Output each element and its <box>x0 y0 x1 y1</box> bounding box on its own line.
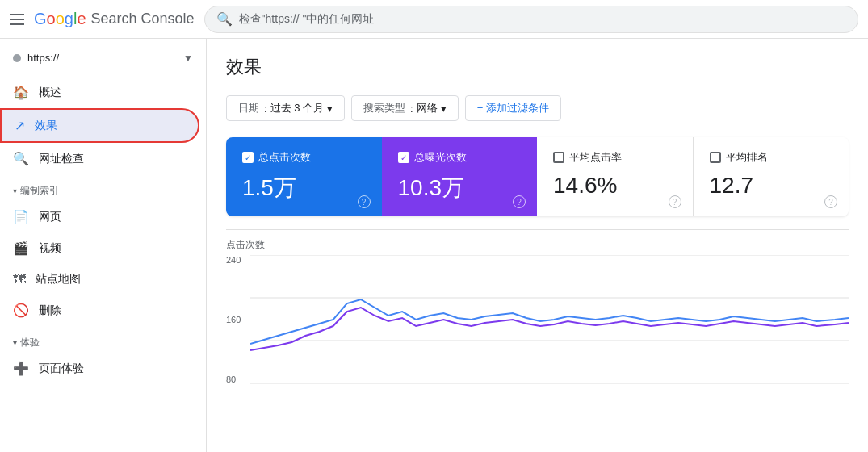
sidebar-label-pages: 网页 <box>39 210 61 224</box>
position-label: 平均排名 <box>726 150 768 165</box>
search-type-filter-arrow-icon: ▾ <box>441 103 447 115</box>
metric-card-impressions[interactable]: 总曝光次数 10.3万 ? <box>382 137 538 216</box>
metric-card-impressions-header: 总曝光次数 <box>398 150 522 165</box>
search-type-filter-label: 搜索类型 <box>363 101 405 115</box>
clicks-value: 1.5万 <box>242 173 366 203</box>
sidebar-item-performance[interactable]: ↗ 效果 <box>0 108 199 143</box>
date-filter-button[interactable]: 日期: 过去 3 个月 ▾ <box>226 95 345 121</box>
clicks-label: 总点击次数 <box>258 150 311 165</box>
property-dropdown-icon: ▼ <box>183 52 193 64</box>
sidebar-item-removals[interactable]: 🚫 删除 <box>0 295 199 326</box>
metric-card-position[interactable]: 平均排名 12.7 ? <box>694 137 849 216</box>
date-filter-label: 日期 <box>238 101 259 115</box>
filter-bar: 日期: 过去 3 个月 ▾ 搜索类型: 网络 ▾ + 添加过滤条件 <box>226 95 849 121</box>
chart-svg <box>250 255 849 384</box>
section-arrow-icon: ▾ <box>13 186 17 195</box>
sidebar-item-pages[interactable]: 📄 网页 <box>0 201 199 232</box>
menu-icon[interactable] <box>10 14 24 25</box>
sidebar: https:// ▼ 🏠 概述 ↗ 效果 🔍 网址检查 ▾ 编制索引 📄 网页 … <box>0 39 207 452</box>
property-selector[interactable]: https:// ▼ <box>0 45 206 70</box>
sitemap-icon: 🗺 <box>13 272 26 287</box>
sidebar-label-overview: 概述 <box>39 86 61 100</box>
google-logo: Google <box>34 10 86 28</box>
main-layout: https:// ▼ 🏠 概述 ↗ 效果 🔍 网址检查 ▾ 编制索引 📄 网页 … <box>0 39 868 452</box>
date-filter-value: 过去 3 个月 <box>270 101 324 115</box>
page-title: 效果 <box>226 55 849 79</box>
search-icon: 🔍 <box>216 11 233 27</box>
sidebar-item-sitemap[interactable]: 🗺 站点地图 <box>0 264 199 295</box>
chart-y-labels: 240 160 80 <box>226 255 241 384</box>
impressions-label: 总曝光次数 <box>414 150 467 165</box>
sidebar-label-page-experience: 页面体验 <box>39 362 84 376</box>
search-placeholder: 检查"https:// "中的任何网址 <box>239 12 375 27</box>
removals-icon: 🚫 <box>13 303 29 318</box>
section-arrow-experience-icon: ▾ <box>13 338 17 347</box>
ctr-label: 平均点击率 <box>569 150 622 165</box>
impressions-checkbox[interactable] <box>398 152 409 163</box>
position-checkbox[interactable] <box>710 152 721 163</box>
sidebar-label-removals: 删除 <box>39 303 61 318</box>
section-label-experience-text: 体验 <box>20 336 40 349</box>
section-label-index: ▾ 编制索引 <box>0 174 206 201</box>
sidebar-item-url-inspection[interactable]: 🔍 网址检查 <box>0 143 199 174</box>
impressions-line <box>250 308 849 350</box>
chart-container: 240 160 80 <box>226 255 849 384</box>
search-type-filter-value: 网络 <box>417 101 438 115</box>
sidebar-item-page-experience[interactable]: ➕ 页面体验 <box>0 353 199 384</box>
position-help-icon[interactable]: ? <box>824 195 837 208</box>
property-dot <box>13 54 21 62</box>
position-value: 12.7 <box>710 173 833 199</box>
app-title: Search Console <box>91 10 195 27</box>
sidebar-label-performance: 效果 <box>35 119 57 133</box>
home-icon: 🏠 <box>13 85 29 100</box>
impressions-value: 10.3万 <box>398 173 522 203</box>
clicks-checkbox[interactable] <box>242 152 254 163</box>
section-label-experience: ▾ 体验 <box>0 326 206 353</box>
ctr-help-icon[interactable]: ? <box>669 195 681 208</box>
page-experience-icon: ➕ <box>13 361 29 376</box>
sidebar-label-url-inspection: 网址检查 <box>39 152 84 166</box>
ctr-value: 14.6% <box>553 173 677 199</box>
search-small-icon: 🔍 <box>13 151 29 166</box>
search-bar[interactable]: 🔍 检查"https:// "中的任何网址 <box>204 6 858 33</box>
property-url: https:// <box>27 52 177 64</box>
metric-card-position-header: 平均排名 <box>710 150 833 165</box>
y-label-80: 80 <box>226 375 241 384</box>
metric-card-clicks-header: 总点击次数 <box>242 150 366 165</box>
impressions-help-icon[interactable]: ? <box>513 195 526 208</box>
metric-card-clicks[interactable]: 总点击次数 1.5万 ? <box>226 137 382 216</box>
y-label-160: 160 <box>226 315 241 324</box>
sidebar-item-video[interactable]: 🎬 视频 <box>0 232 199 264</box>
search-type-filter-button[interactable]: 搜索类型: 网络 ▾ <box>351 95 459 121</box>
ctr-checkbox[interactable] <box>553 152 564 163</box>
pages-icon: 📄 <box>13 209 29 224</box>
add-filter-button[interactable]: + 添加过滤条件 <box>465 95 561 121</box>
content-area: 效果 日期: 过去 3 个月 ▾ 搜索类型: 网络 ▾ + 添加过滤条件 <box>207 39 868 452</box>
date-filter-arrow-icon: ▾ <box>327 103 333 115</box>
sidebar-label-video: 视频 <box>39 241 61 256</box>
metric-cards: 总点击次数 1.5万 ? 总曝光次数 10.3万 ? 平均点击率 <box>226 137 849 216</box>
performance-icon: ↗ <box>15 118 25 133</box>
chart-area: 点击次数 240 160 80 <box>226 229 849 384</box>
clicks-help-icon[interactable]: ? <box>358 195 371 208</box>
video-icon: 🎬 <box>13 241 29 256</box>
y-label-240: 240 <box>226 255 241 265</box>
chart-y-label: 点击次数 <box>226 238 849 252</box>
metric-card-ctr[interactable]: 平均点击率 14.6% ? <box>537 137 694 216</box>
sidebar-label-sitemap: 站点地图 <box>36 272 81 287</box>
sidebar-item-overview[interactable]: 🏠 概述 <box>0 77 199 108</box>
section-label-index-text: 编制索引 <box>20 184 59 198</box>
logo-area: Google Search Console <box>34 10 195 28</box>
metric-card-ctr-header: 平均点击率 <box>553 150 677 165</box>
clicks-line <box>250 299 849 344</box>
add-filter-label: + 添加过滤条件 <box>477 101 549 115</box>
topbar: Google Search Console 🔍 检查"https:// "中的任… <box>0 0 868 39</box>
